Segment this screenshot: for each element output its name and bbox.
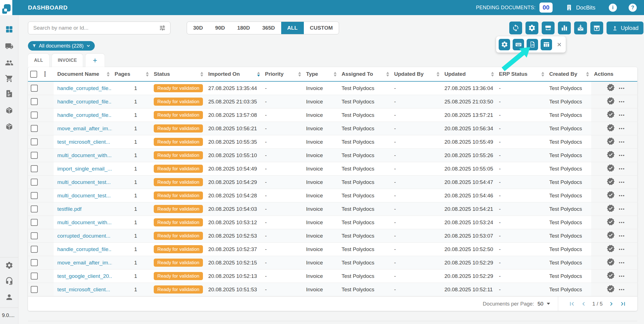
close-icon[interactable]: ✕ xyxy=(557,42,562,48)
per-page-value[interactable]: 50 xyxy=(538,301,543,307)
help-icon[interactable]: ? xyxy=(629,4,637,12)
row-checkbox[interactable] xyxy=(31,125,38,132)
col-imported-on[interactable]: Imported On xyxy=(205,67,262,81)
document-link[interactable]: testfile.pdf xyxy=(57,206,82,212)
next-page-button[interactable] xyxy=(608,300,615,308)
building-icon[interactable] xyxy=(565,4,573,11)
document-link[interactable]: test_microsoft_client... xyxy=(57,287,110,293)
document-link[interactable]: handle_corrupted_file... xyxy=(57,85,112,91)
verified-badge-icon[interactable] xyxy=(607,231,615,241)
sidebar-item-contacts[interactable] xyxy=(4,58,14,68)
sort-icon[interactable] xyxy=(200,72,203,77)
row-checkbox[interactable] xyxy=(31,205,38,212)
document-link[interactable]: move_email_after_im... xyxy=(57,260,112,266)
settings-button[interactable] xyxy=(525,22,538,34)
row-actions-menu-icon[interactable]: ••• xyxy=(619,233,625,238)
upload-button[interactable]: Upload xyxy=(607,22,643,34)
sidebar-item-shipping[interactable] xyxy=(4,41,14,51)
row-actions-menu-icon[interactable]: ••• xyxy=(619,126,625,131)
range-180d[interactable]: 180D xyxy=(231,22,256,34)
tab-invoice[interactable]: INVOICE xyxy=(52,54,83,67)
range-365d[interactable]: 365D xyxy=(256,22,281,34)
verified-badge-icon[interactable] xyxy=(607,177,615,187)
sidebar-item-packages-1[interactable] xyxy=(4,106,14,115)
verified-badge-icon[interactable] xyxy=(607,110,615,120)
sidebar-item-support[interactable] xyxy=(4,276,14,286)
popup-columns-button[interactable] xyxy=(541,39,552,50)
verified-badge-icon[interactable] xyxy=(607,285,615,294)
sidebar-item-settings[interactable] xyxy=(4,261,14,270)
info-icon[interactable]: i xyxy=(609,4,617,12)
row-checkbox[interactable] xyxy=(31,98,38,105)
row-checkbox[interactable] xyxy=(31,192,38,199)
document-link[interactable]: handle_corrupted_file... xyxy=(57,99,112,105)
all-documents-filter-pill[interactable]: All documents (228) xyxy=(28,41,95,51)
search-input[interactable] xyxy=(28,25,159,31)
verified-badge-icon[interactable] xyxy=(607,83,615,93)
row-actions-menu-icon[interactable]: ••• xyxy=(619,207,625,211)
row-actions-menu-icon[interactable]: ••• xyxy=(619,86,625,91)
filter-tune-icon[interactable] xyxy=(159,25,166,31)
kebab-menu-icon[interactable]: ⋮ xyxy=(42,71,48,77)
sort-icon[interactable] xyxy=(541,72,544,77)
document-link[interactable]: import_single_email_... xyxy=(57,166,112,172)
col-status[interactable]: Status xyxy=(151,67,205,81)
sort-icon[interactable] xyxy=(586,72,589,77)
row-checkbox[interactable] xyxy=(31,152,38,159)
row-checkbox[interactable] xyxy=(31,165,38,172)
popup-keyboard-button[interactable] xyxy=(513,39,524,50)
document-link[interactable]: test_microsoft_client... xyxy=(57,139,110,145)
range-90d[interactable]: 90D xyxy=(209,22,231,34)
sidebar-item-profile[interactable] xyxy=(4,292,14,302)
row-checkbox[interactable] xyxy=(31,246,38,253)
row-checkbox[interactable] xyxy=(31,138,38,145)
sync-button[interactable] xyxy=(509,22,522,34)
verified-badge-icon[interactable] xyxy=(607,204,615,214)
document-link[interactable]: multi_document_test... xyxy=(57,193,111,199)
document-link[interactable]: test_google_client_20... xyxy=(57,273,112,279)
row-actions-menu-icon[interactable]: ••• xyxy=(619,287,625,292)
col-assigned-to[interactable]: Assigned To xyxy=(339,67,391,81)
row-actions-menu-icon[interactable]: ••• xyxy=(619,180,625,185)
popup-log-button[interactable]: LOG xyxy=(527,39,538,50)
row-actions-menu-icon[interactable]: ••• xyxy=(619,139,625,144)
mail-import-button[interactable] xyxy=(574,22,587,34)
sidebar-item-purchasing[interactable] xyxy=(4,74,14,83)
document-link[interactable]: handle_corrupted_file... xyxy=(57,112,112,118)
row-actions-menu-icon[interactable]: ••• xyxy=(619,247,625,252)
row-checkbox[interactable] xyxy=(31,259,38,266)
col-type[interactable]: Type xyxy=(303,67,339,81)
tab-all[interactable]: ALL xyxy=(28,54,49,67)
verified-badge-icon[interactable] xyxy=(607,150,615,160)
popup-settings-button[interactable] xyxy=(499,39,510,50)
col-created-by[interactable]: Created By xyxy=(546,67,591,81)
document-link[interactable]: multi_document_with... xyxy=(57,219,112,226)
document-link[interactable]: multi_document_with... xyxy=(57,152,112,159)
verified-badge-icon[interactable] xyxy=(607,258,615,268)
verified-badge-icon[interactable] xyxy=(607,97,615,107)
verified-badge-icon[interactable] xyxy=(607,217,615,227)
first-page-button[interactable] xyxy=(568,300,576,308)
row-actions-menu-icon[interactable]: ••• xyxy=(619,113,625,117)
range-all[interactable]: ALL xyxy=(281,22,304,34)
row-checkbox[interactable] xyxy=(31,219,38,226)
row-actions-menu-icon[interactable]: ••• xyxy=(619,99,625,104)
verified-badge-icon[interactable] xyxy=(607,191,615,200)
analytics-button[interactable] xyxy=(558,22,571,34)
verified-badge-icon[interactable] xyxy=(607,244,615,254)
verified-badge-icon[interactable] xyxy=(607,124,615,133)
sort-icon-desc-active[interactable] xyxy=(257,72,260,77)
row-actions-menu-icon[interactable]: ••• xyxy=(619,220,625,225)
col-erp-status[interactable]: ERP Status xyxy=(496,67,546,81)
sidebar-item-dashboard[interactable] xyxy=(4,25,14,34)
document-link[interactable]: handle_corrupted_file... xyxy=(57,246,112,252)
scanner-button[interactable] xyxy=(542,22,555,34)
sort-icon[interactable] xyxy=(107,72,110,77)
sort-icon[interactable] xyxy=(298,72,301,77)
col-priority[interactable]: Priority xyxy=(262,67,303,81)
select-all-checkbox[interactable] xyxy=(30,71,37,78)
col-pages[interactable]: Pages xyxy=(112,67,151,81)
range-30d[interactable]: 30D xyxy=(187,22,209,34)
row-checkbox[interactable] xyxy=(31,273,38,280)
row-checkbox[interactable] xyxy=(31,286,38,293)
